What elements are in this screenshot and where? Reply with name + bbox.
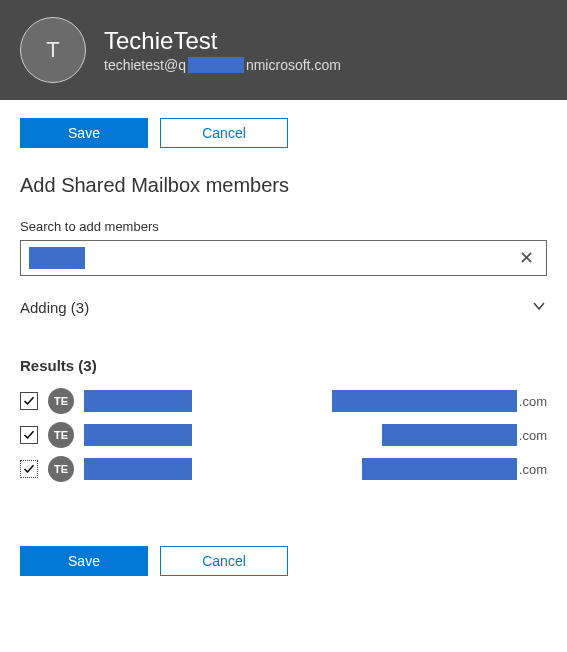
table-row: TE .com xyxy=(20,418,547,452)
search-input[interactable] xyxy=(93,241,507,275)
redacted-block xyxy=(382,424,517,446)
avatar-initial: T xyxy=(46,37,59,63)
adding-label: Adding (3) xyxy=(20,299,89,316)
content-area: Save Cancel Add Shared Mailbox members S… xyxy=(0,100,567,620)
clear-icon[interactable]: ✕ xyxy=(515,247,538,269)
email-cell: .com xyxy=(317,458,547,480)
checkbox[interactable] xyxy=(20,392,38,410)
header-text: TechieTest techietest@q nmicrosoft.com xyxy=(104,27,341,73)
email-cell: .com xyxy=(317,424,547,446)
redacted-block xyxy=(362,458,517,480)
checkbox[interactable] xyxy=(20,426,38,444)
redacted-block xyxy=(84,458,192,480)
search-label: Search to add members xyxy=(20,219,547,234)
page-title: TechieTest xyxy=(104,27,341,55)
redacted-block xyxy=(84,390,192,412)
bottom-button-row: Save Cancel xyxy=(20,546,547,576)
section-title: Add Shared Mailbox members xyxy=(20,174,547,197)
email-prefix: techietest@q xyxy=(104,57,186,73)
top-button-row: Save Cancel xyxy=(20,118,547,148)
header-bar: T TechieTest techietest@q nmicrosoft.com xyxy=(0,0,567,100)
person-avatar: TE xyxy=(48,456,74,482)
email-suffix: .com xyxy=(519,462,547,477)
results-label: Results (3) xyxy=(20,357,547,374)
email-suffix: nmicrosoft.com xyxy=(246,57,341,73)
email-suffix: .com xyxy=(519,428,547,443)
save-button[interactable]: Save xyxy=(20,118,148,148)
table-row: TE .com xyxy=(20,384,547,418)
redacted-block xyxy=(332,390,517,412)
adding-expander[interactable]: Adding (3) xyxy=(20,298,547,317)
person-avatar: TE xyxy=(48,388,74,414)
email-cell: .com xyxy=(317,390,547,412)
search-input-wrap[interactable]: ✕ xyxy=(20,240,547,276)
redacted-block xyxy=(188,57,244,73)
checkbox[interactable] xyxy=(20,460,38,478)
cancel-button[interactable]: Cancel xyxy=(160,546,288,576)
header-email: techietest@q nmicrosoft.com xyxy=(104,57,341,73)
email-suffix: .com xyxy=(519,394,547,409)
redacted-block xyxy=(29,247,85,269)
chevron-down-icon xyxy=(531,298,547,317)
table-row: TE .com xyxy=(20,452,547,486)
cancel-button[interactable]: Cancel xyxy=(160,118,288,148)
save-button[interactable]: Save xyxy=(20,546,148,576)
avatar: T xyxy=(20,17,86,83)
redacted-block xyxy=(84,424,192,446)
person-avatar: TE xyxy=(48,422,74,448)
